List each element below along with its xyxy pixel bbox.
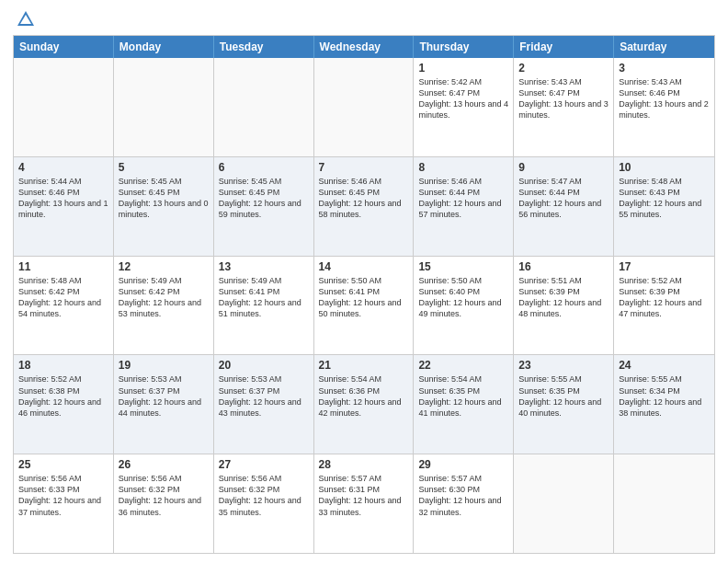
day-info: Sunrise: 5:44 AM Sunset: 6:46 PM Dayligh… <box>18 176 108 221</box>
day-number: 23 <box>518 359 609 372</box>
day-16: 16Sunrise: 5:51 AM Sunset: 6:39 PM Dayli… <box>514 257 614 355</box>
calendar-header-saturday: Saturday <box>614 36 714 58</box>
day-info: Sunrise: 5:45 AM Sunset: 6:45 PM Dayligh… <box>119 176 209 221</box>
empty-cell <box>214 58 314 156</box>
day-number: 5 <box>119 161 209 174</box>
day-number: 2 <box>518 62 609 75</box>
day-21: 21Sunrise: 5:54 AM Sunset: 6:36 PM Dayli… <box>314 355 415 454</box>
day-20: 20Sunrise: 5:53 AM Sunset: 6:37 PM Dayli… <box>214 355 314 454</box>
day-info: Sunrise: 5:55 AM Sunset: 6:35 PM Dayligh… <box>518 373 609 419</box>
day-28: 28Sunrise: 5:57 AM Sunset: 6:31 PM Dayli… <box>314 454 415 553</box>
calendar-body: 1Sunrise: 5:42 AM Sunset: 6:47 PM Daylig… <box>14 58 714 553</box>
logo <box>13 9 36 29</box>
calendar-week-1: 1Sunrise: 5:42 AM Sunset: 6:47 PM Daylig… <box>14 58 714 157</box>
day-number: 20 <box>219 359 309 372</box>
day-24: 24Sunrise: 5:55 AM Sunset: 6:34 PM Dayli… <box>614 355 714 454</box>
empty-cell <box>14 58 114 156</box>
day-29: 29Sunrise: 5:57 AM Sunset: 6:30 PM Dayli… <box>414 454 514 553</box>
day-info: Sunrise: 5:56 AM Sunset: 6:33 PM Dayligh… <box>18 473 108 518</box>
day-number: 9 <box>518 161 609 174</box>
day-number: 11 <box>18 260 108 273</box>
logo-icon <box>16 9 36 33</box>
day-23: 23Sunrise: 5:55 AM Sunset: 6:35 PM Dayli… <box>514 355 614 454</box>
day-number: 22 <box>418 359 508 372</box>
day-14: 14Sunrise: 5:50 AM Sunset: 6:41 PM Dayli… <box>314 257 415 355</box>
empty-cell <box>614 454 714 553</box>
day-info: Sunrise: 5:43 AM Sunset: 6:47 PM Dayligh… <box>518 76 609 121</box>
day-number: 16 <box>518 260 609 273</box>
calendar-header-thursday: Thursday <box>414 36 514 58</box>
empty-cell <box>314 58 415 156</box>
day-info: Sunrise: 5:46 AM Sunset: 6:45 PM Dayligh… <box>319 176 409 221</box>
day-9: 9Sunrise: 5:47 AM Sunset: 6:44 PM Daylig… <box>514 157 614 256</box>
day-info: Sunrise: 5:52 AM Sunset: 6:39 PM Dayligh… <box>619 275 710 320</box>
day-6: 6Sunrise: 5:45 AM Sunset: 6:45 PM Daylig… <box>214 157 314 256</box>
calendar-week-2: 4Sunrise: 5:44 AM Sunset: 6:46 PM Daylig… <box>14 157 714 257</box>
day-info: Sunrise: 5:48 AM Sunset: 6:43 PM Dayligh… <box>619 176 710 221</box>
day-11: 11Sunrise: 5:48 AM Sunset: 6:42 PM Dayli… <box>14 257 114 355</box>
day-info: Sunrise: 5:54 AM Sunset: 6:36 PM Dayligh… <box>319 373 409 419</box>
calendar-week-5: 25Sunrise: 5:56 AM Sunset: 6:33 PM Dayli… <box>14 454 714 553</box>
day-info: Sunrise: 5:46 AM Sunset: 6:44 PM Dayligh… <box>418 176 508 221</box>
calendar: SundayMondayTuesdayWednesdayThursdayFrid… <box>13 35 715 554</box>
day-8: 8Sunrise: 5:46 AM Sunset: 6:44 PM Daylig… <box>414 157 514 256</box>
day-number: 1 <box>418 62 508 75</box>
day-info: Sunrise: 5:48 AM Sunset: 6:42 PM Dayligh… <box>18 275 108 320</box>
day-number: 19 <box>119 359 209 372</box>
day-10: 10Sunrise: 5:48 AM Sunset: 6:43 PM Dayli… <box>614 157 714 256</box>
day-26: 26Sunrise: 5:56 AM Sunset: 6:32 PM Dayli… <box>114 454 214 553</box>
calendar-header-sunday: Sunday <box>14 36 114 58</box>
day-number: 10 <box>619 161 710 174</box>
day-number: 3 <box>619 62 710 75</box>
day-info: Sunrise: 5:42 AM Sunset: 6:47 PM Dayligh… <box>418 76 508 121</box>
day-number: 12 <box>119 260 209 273</box>
day-27: 27Sunrise: 5:56 AM Sunset: 6:32 PM Dayli… <box>214 454 314 553</box>
day-number: 29 <box>418 458 508 471</box>
day-3: 3Sunrise: 5:43 AM Sunset: 6:46 PM Daylig… <box>614 58 714 156</box>
day-19: 19Sunrise: 5:53 AM Sunset: 6:37 PM Dayli… <box>114 355 214 454</box>
day-number: 26 <box>119 458 209 471</box>
day-number: 7 <box>319 161 409 174</box>
day-info: Sunrise: 5:47 AM Sunset: 6:44 PM Dayligh… <box>518 176 609 221</box>
day-5: 5Sunrise: 5:45 AM Sunset: 6:45 PM Daylig… <box>114 157 214 256</box>
day-info: Sunrise: 5:55 AM Sunset: 6:34 PM Dayligh… <box>619 373 710 419</box>
day-22: 22Sunrise: 5:54 AM Sunset: 6:35 PM Dayli… <box>414 355 514 454</box>
day-info: Sunrise: 5:45 AM Sunset: 6:45 PM Dayligh… <box>219 176 309 221</box>
day-25: 25Sunrise: 5:56 AM Sunset: 6:33 PM Dayli… <box>14 454 114 553</box>
day-info: Sunrise: 5:56 AM Sunset: 6:32 PM Dayligh… <box>219 473 309 518</box>
day-info: Sunrise: 5:49 AM Sunset: 6:42 PM Dayligh… <box>119 275 209 320</box>
day-1: 1Sunrise: 5:42 AM Sunset: 6:47 PM Daylig… <box>414 58 514 156</box>
day-info: Sunrise: 5:43 AM Sunset: 6:46 PM Dayligh… <box>619 76 710 121</box>
day-number: 15 <box>418 260 508 273</box>
day-info: Sunrise: 5:53 AM Sunset: 6:37 PM Dayligh… <box>119 373 209 419</box>
day-number: 6 <box>219 161 309 174</box>
calendar-header: SundayMondayTuesdayWednesdayThursdayFrid… <box>14 36 714 58</box>
day-17: 17Sunrise: 5:52 AM Sunset: 6:39 PM Dayli… <box>614 257 714 355</box>
day-number: 13 <box>219 260 309 273</box>
empty-cell <box>114 58 214 156</box>
day-info: Sunrise: 5:49 AM Sunset: 6:41 PM Dayligh… <box>219 275 309 320</box>
day-number: 17 <box>619 260 710 273</box>
day-18: 18Sunrise: 5:52 AM Sunset: 6:38 PM Dayli… <box>14 355 114 454</box>
day-info: Sunrise: 5:57 AM Sunset: 6:31 PM Dayligh… <box>319 473 409 518</box>
day-number: 25 <box>18 458 108 471</box>
day-2: 2Sunrise: 5:43 AM Sunset: 6:47 PM Daylig… <box>514 58 614 156</box>
day-number: 14 <box>319 260 409 273</box>
day-number: 4 <box>18 161 108 174</box>
day-info: Sunrise: 5:52 AM Sunset: 6:38 PM Dayligh… <box>18 373 108 419</box>
day-number: 21 <box>319 359 409 372</box>
day-number: 27 <box>219 458 309 471</box>
day-15: 15Sunrise: 5:50 AM Sunset: 6:40 PM Dayli… <box>414 257 514 355</box>
calendar-week-4: 18Sunrise: 5:52 AM Sunset: 6:38 PM Dayli… <box>14 355 714 454</box>
day-info: Sunrise: 5:54 AM Sunset: 6:35 PM Dayligh… <box>418 373 508 419</box>
calendar-header-monday: Monday <box>114 36 214 58</box>
day-info: Sunrise: 5:50 AM Sunset: 6:41 PM Dayligh… <box>319 275 409 320</box>
day-number: 18 <box>18 359 108 372</box>
day-info: Sunrise: 5:57 AM Sunset: 6:30 PM Dayligh… <box>418 473 508 518</box>
calendar-header-friday: Friday <box>514 36 614 58</box>
day-info: Sunrise: 5:56 AM Sunset: 6:32 PM Dayligh… <box>119 473 209 518</box>
day-info: Sunrise: 5:51 AM Sunset: 6:39 PM Dayligh… <box>518 275 609 320</box>
calendar-header-tuesday: Tuesday <box>214 36 314 58</box>
calendar-week-3: 11Sunrise: 5:48 AM Sunset: 6:42 PM Dayli… <box>14 257 714 356</box>
day-12: 12Sunrise: 5:49 AM Sunset: 6:42 PM Dayli… <box>114 257 214 355</box>
